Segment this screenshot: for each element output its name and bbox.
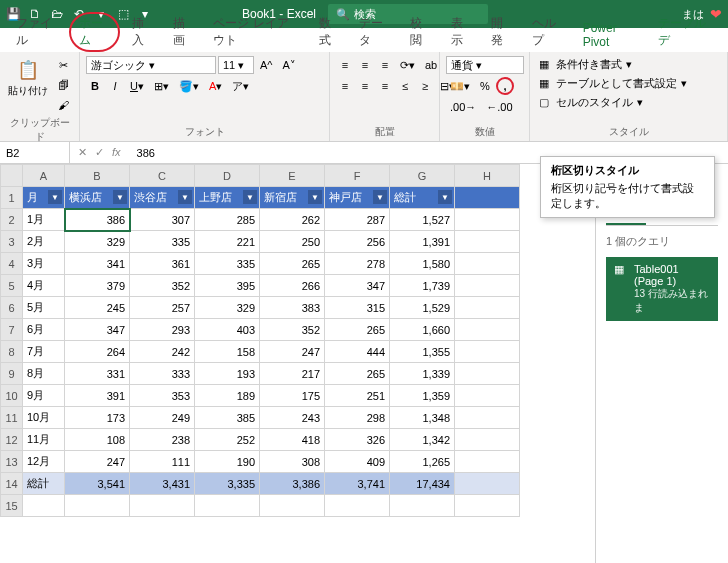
cell[interactable]: 1,529	[390, 297, 455, 319]
cell[interactable]: 250	[260, 231, 325, 253]
decrease-font-button[interactable]: A˅	[279, 56, 300, 74]
cell[interactable]: 2月	[23, 231, 65, 253]
cell[interactable]	[455, 275, 520, 297]
cell[interactable]: 3,741	[325, 473, 390, 495]
filter-dropdown-icon[interactable]: ▼	[178, 190, 192, 204]
cell[interactable]: 4月	[23, 275, 65, 297]
cell[interactable]	[455, 297, 520, 319]
cell[interactable]	[260, 495, 325, 517]
row-header-1[interactable]: 1	[1, 187, 23, 209]
increase-decimal-button[interactable]: .00→	[446, 98, 480, 116]
filter-dropdown-icon[interactable]: ▼	[438, 190, 452, 204]
copy-button[interactable]: 🗐	[54, 76, 73, 94]
cell[interactable]: 1,265	[390, 451, 455, 473]
cell[interactable]	[325, 495, 390, 517]
font-family-select[interactable]: 游ゴシック ▾	[86, 56, 216, 74]
align-bottom-button[interactable]: ≡	[376, 56, 394, 74]
cell[interactable]: 249	[130, 407, 195, 429]
fill-color-button[interactable]: 🪣▾	[175, 77, 203, 95]
cell[interactable]: 221	[195, 231, 260, 253]
row-header-13[interactable]: 13	[1, 451, 23, 473]
cell[interactable]: 285	[195, 209, 260, 231]
cut-button[interactable]: ✂	[54, 56, 73, 74]
cell[interactable]: 175	[260, 385, 325, 407]
cell[interactable]	[130, 495, 195, 517]
cell[interactable]: 8月	[23, 363, 65, 385]
cell[interactable]: 287	[325, 209, 390, 231]
cell[interactable]	[455, 187, 520, 209]
align-right-button[interactable]: ≡	[376, 77, 394, 95]
cell[interactable]: 1,359	[390, 385, 455, 407]
cell[interactable]	[455, 209, 520, 231]
cell[interactable]	[455, 495, 520, 517]
row-header-5[interactable]: 5	[1, 275, 23, 297]
cell[interactable]: 1,580	[390, 253, 455, 275]
cell[interactable]: 331	[65, 363, 130, 385]
name-box[interactable]: B2	[0, 142, 70, 163]
cell[interactable]: 1月	[23, 209, 65, 231]
tab-描画[interactable]: 描画	[165, 12, 202, 52]
cell[interactable]: 242	[130, 341, 195, 363]
cell[interactable]: 293	[130, 319, 195, 341]
cell[interactable]	[455, 473, 520, 495]
cell[interactable]	[455, 451, 520, 473]
indent-right-button[interactable]: ≥	[416, 77, 434, 95]
cell[interactable]	[455, 231, 520, 253]
cell[interactable]: 238	[130, 429, 195, 451]
paste-button[interactable]: 📋 貼り付け	[6, 56, 50, 100]
cell[interactable]: 307	[130, 209, 195, 231]
cell[interactable]: 1,339	[390, 363, 455, 385]
cell[interactable]: 298	[325, 407, 390, 429]
cell[interactable]: 379	[65, 275, 130, 297]
cell[interactable]: 385	[195, 407, 260, 429]
cell[interactable]: 386	[65, 209, 130, 231]
cell[interactable]: 395	[195, 275, 260, 297]
conditional-formatting-button[interactable]: ▦条件付き書式▾	[536, 56, 632, 73]
col-header-B[interactable]: B	[65, 165, 130, 187]
orientation-button[interactable]: ⟳▾	[396, 56, 419, 74]
table-header-cell[interactable]: 月▼	[23, 187, 65, 209]
cell[interactable]: 3月	[23, 253, 65, 275]
query-item[interactable]: ▦ Table001 (Page 1) 13 行読み込まれま	[606, 257, 718, 321]
increase-font-button[interactable]: A^	[256, 56, 277, 74]
cell[interactable]	[455, 253, 520, 275]
cell[interactable]	[455, 363, 520, 385]
col-header-G[interactable]: G	[390, 165, 455, 187]
cell[interactable]	[23, 495, 65, 517]
col-header-D[interactable]: D	[195, 165, 260, 187]
underline-button[interactable]: U▾	[126, 77, 148, 95]
cell[interactable]: 352	[130, 275, 195, 297]
format-as-table-button[interactable]: ▦テーブルとして書式設定▾	[536, 75, 687, 92]
cell[interactable]: 111	[130, 451, 195, 473]
cell[interactable]: 1,660	[390, 319, 455, 341]
tab-ホーム[interactable]: ホーム	[69, 12, 120, 52]
cell[interactable]	[455, 429, 520, 451]
col-header-A[interactable]: A	[23, 165, 65, 187]
tab-挿入[interactable]: 挿入	[124, 12, 161, 52]
percent-button[interactable]: %	[476, 77, 494, 95]
cell[interactable]: 1,739	[390, 275, 455, 297]
cell[interactable]: 173	[65, 407, 130, 429]
italic-button[interactable]: I	[106, 77, 124, 95]
cell[interactable]: 3,335	[195, 473, 260, 495]
row-header-12[interactable]: 12	[1, 429, 23, 451]
row-header-14[interactable]: 14	[1, 473, 23, 495]
cancel-icon[interactable]: ✕	[78, 146, 87, 159]
cell[interactable]	[195, 495, 260, 517]
formula-value[interactable]: 386	[129, 147, 163, 159]
row-header-7[interactable]: 7	[1, 319, 23, 341]
border-button[interactable]: ⊞▾	[150, 77, 173, 95]
grid[interactable]: ABCDEFGH1月▼横浜店▼渋谷店▼上野店▼新宿店▼神戸店▼総計▼21月386…	[0, 164, 595, 563]
table-header-cell[interactable]: 渋谷店▼	[130, 187, 195, 209]
table-header-cell[interactable]: 新宿店▼	[260, 187, 325, 209]
cell[interactable]: 1,391	[390, 231, 455, 253]
tab-校閲[interactable]: 校閲	[402, 12, 439, 52]
align-top-button[interactable]: ≡	[336, 56, 354, 74]
cell[interactable]	[455, 385, 520, 407]
format-painter-button[interactable]: 🖌	[54, 96, 73, 114]
cell[interactable]: 329	[195, 297, 260, 319]
filter-dropdown-icon[interactable]: ▼	[48, 190, 62, 204]
cell[interactable]: 1,342	[390, 429, 455, 451]
cell[interactable]: 383	[260, 297, 325, 319]
cell[interactable]: 158	[195, 341, 260, 363]
